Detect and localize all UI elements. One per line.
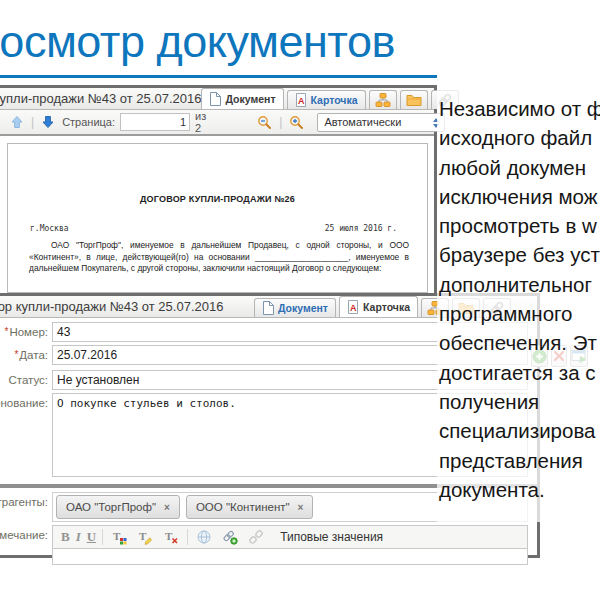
viewer-window-header: Договор купли-продажи №43 от 25.07.2016 … (0, 88, 434, 110)
zoom-in-button[interactable] (287, 115, 306, 130)
tab-hierarchy[interactable] (369, 90, 397, 109)
toolbar-separator (102, 529, 103, 545)
chip-label: ООО "Континент" (196, 501, 290, 513)
viewer-window-title: Договор купли-продажи №43 от 25.07.2016 (0, 91, 201, 106)
hierarchy-icon (375, 92, 391, 108)
tab-label: Документ (225, 93, 275, 105)
zoom-in-icon (289, 115, 304, 130)
svg-text:A: A (298, 96, 305, 106)
document-page: ДОГОВОР КУПЛИ-ПРОДАЖИ №26 г.Москва 25 ию… (7, 143, 428, 293)
toolbar-separator: | (279, 115, 282, 129)
tab-folder[interactable] (400, 90, 428, 109)
page-up-icon (10, 115, 24, 129)
number-label: *Номер: (0, 322, 48, 338)
card-window-title: Договор купли-продажи №43 от 25.07.2016 (0, 299, 223, 314)
font-color-icon: T (111, 529, 127, 545)
card-a-icon: A (347, 300, 359, 314)
page-down-icon (41, 115, 55, 129)
note-field[interactable] (52, 549, 528, 565)
italic-button[interactable]: I (76, 529, 81, 545)
title-underline (0, 75, 437, 78)
document-preview: ДОГОВОР КУПЛИ-ПРОДАЖИ №26 г.Москва 25 ию… (0, 143, 434, 302)
text-edit-icon: T (137, 529, 153, 545)
page-number-input[interactable] (120, 113, 190, 131)
document-city: г.Москва (30, 224, 69, 233)
clear-format-button[interactable]: T (161, 529, 181, 545)
previous-page-button[interactable] (8, 115, 26, 129)
tab-label: Карточка (311, 94, 358, 106)
counterparty-chip[interactable]: ОАО "ТоргПроф" × (56, 495, 180, 519)
required-mark: * (5, 326, 9, 337)
add-link-button[interactable] (220, 529, 240, 545)
required-mark: * (14, 349, 18, 360)
note-label: Примечание: (0, 525, 48, 541)
zoom-out-button[interactable] (255, 115, 274, 130)
folder-icon (406, 92, 422, 108)
page-label: Страница: (62, 116, 115, 128)
globe-button[interactable] (194, 529, 214, 545)
counterparty-chip[interactable]: ООО "Континент" × (186, 495, 314, 519)
field-row-note: Примечание: B I U T T T (0, 525, 537, 565)
document-heading: ДОГОВОР КУПЛИ-ПРОДАЖИ №26 (8, 194, 427, 204)
bold-button[interactable]: B (61, 529, 70, 545)
page-icon (262, 301, 274, 315)
chip-label: ОАО "ТоргПроф" (66, 501, 156, 513)
slide-body-text: Независимо от ф исходного файл любой док… (439, 94, 600, 504)
chip-remove-icon[interactable]: × (298, 502, 304, 513)
counterparties-label: Контрагенты: (0, 492, 48, 508)
svg-text:T: T (165, 530, 173, 542)
toolbar-separator: | (31, 115, 34, 129)
next-page-button[interactable] (39, 115, 57, 129)
tab-card[interactable]: A Карточка (339, 296, 418, 317)
chip-remove-icon[interactable]: × (164, 502, 170, 513)
card-a-icon: A (295, 93, 307, 107)
toolbar-separator (187, 529, 188, 545)
svg-text:T: T (139, 530, 147, 542)
svg-text:T: T (113, 530, 121, 542)
viewer-tabs: Документ A Карточка (201, 88, 458, 109)
date-label: *Дата: (0, 345, 48, 361)
document-date: 25 июля 2016 г. (325, 224, 397, 233)
tab-document[interactable]: Документ (254, 298, 336, 317)
tab-card[interactable]: A Карточка (287, 90, 366, 109)
tab-document[interactable]: Документ (201, 88, 283, 109)
name-label: Наименование: (0, 393, 48, 409)
zoom-group: | Автоматически (255, 113, 445, 132)
font-color-button[interactable]: T (109, 529, 129, 545)
typical-values-label[interactable]: Типовые значения (280, 530, 383, 544)
globe-icon (196, 529, 212, 545)
zoom-mode-value: Автоматически (324, 116, 401, 128)
note-toolbar: B I U T T T (52, 525, 528, 549)
page-icon (209, 92, 221, 106)
document-viewer-window: Договор купли-продажи №43 от 25.07.2016 … (0, 85, 437, 298)
remove-link-button[interactable] (246, 529, 266, 545)
svg-text:A: A (350, 303, 357, 313)
zoom-out-icon (257, 115, 272, 130)
viewer-toolbar: | Страница: из 2 | Автоматически (0, 110, 434, 136)
remove-link-icon (248, 529, 264, 545)
underline-button[interactable]: U (87, 529, 96, 545)
clear-format-icon: T (163, 529, 179, 545)
page-title: Просмотр документов (0, 16, 395, 68)
tab-label: Карточка (363, 301, 410, 313)
text-edit-button[interactable]: T (135, 529, 155, 545)
status-label: Статус: (0, 370, 48, 386)
slide: Просмотр документов Договор купли-продаж… (0, 0, 600, 600)
document-dateline: г.Москва 25 июля 2016 г. (30, 224, 397, 233)
document-body: ОАО "ТоргПроф", именуемое в дальнейшем П… (29, 240, 409, 275)
pages-total-label: из 2 (195, 110, 206, 134)
zoom-mode-select[interactable]: Автоматически (317, 113, 445, 132)
tab-label: Документ (278, 302, 328, 314)
add-link-icon (222, 529, 238, 545)
